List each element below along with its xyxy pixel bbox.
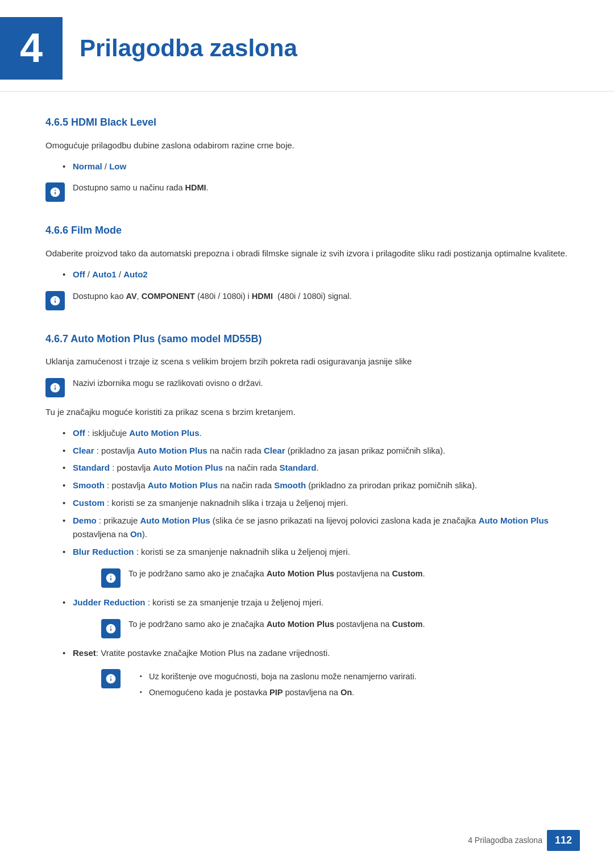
section-heading-4-6-5: 4.6.5 HDMI Black Level: [45, 114, 569, 131]
note-text-judder: To je podržano samo ako je značajka Auto…: [128, 618, 425, 631]
note-icon-judder: [101, 619, 121, 638]
section-4-6-5-options: Normal / Low: [63, 160, 569, 174]
note-text-4-6-6: Dostupno kao AV, COMPONENT (480i / 1080i…: [73, 290, 352, 303]
custom-blur: Custom: [392, 569, 422, 578]
option-off-auto1-auto2: Off / Auto1 / Auto2: [63, 268, 569, 282]
reset-sub-bullets: Uz korištenje ove mogućnosti, boja na za…: [140, 670, 417, 699]
component-bold: COMPONENT: [142, 292, 195, 301]
amp-clear-1: Auto Motion Plus: [137, 446, 207, 455]
hdmi-bold-note: HDMI: [185, 183, 206, 192]
note-icon-reset: [101, 669, 121, 688]
reset-sub-bullet-2: Onemogućeno kada je postavka PIP postavl…: [140, 686, 417, 699]
bullet-smooth: Smooth : postavlja Auto Motion Plus na n…: [63, 479, 569, 493]
note-4-6-7-a: Nazivi izbornika mogu se razlikovati ovi…: [45, 377, 569, 397]
clear-label: Clear: [73, 446, 94, 455]
section-4-6-6: 4.6.6 Film Mode Odaberite proizvod tako …: [45, 222, 569, 310]
amp-off: Auto Motion Plus: [129, 428, 199, 438]
reset-sub-bullet-1: Uz korištenje ove mogućnosti, boja na za…: [140, 670, 417, 683]
note-4-6-6: Dostupno kao AV, COMPONENT (480i / 1080i…: [45, 290, 569, 310]
note-icon-blur: [101, 568, 121, 588]
section-heading-4-6-6: 4.6.6 Film Mode: [45, 222, 569, 239]
bullet-judder-reduction: Judder Reduction : koristi se za smanjen…: [63, 596, 569, 638]
slash-1: /: [102, 161, 110, 171]
bullet-clear: Clear : postavlja Auto Motion Plus na na…: [63, 444, 569, 458]
on-demo: On: [130, 529, 142, 539]
section-4-6-6-para: Odaberite proizvod tako da automatski pr…: [45, 247, 569, 261]
note-icon-4-6-6: [45, 291, 65, 310]
info-icon: [49, 186, 61, 198]
info-icon-5: [105, 623, 117, 634]
note-icon-4-6-5: [45, 182, 65, 202]
blur-reduction-label: Blur Reduction: [73, 547, 134, 556]
amp-blur-note: Auto Motion Plus: [267, 569, 334, 578]
section-4-6-7-para2: Tu je značajku moguće koristiti za prika…: [45, 405, 569, 420]
section-4-6-7-para1: Uklanja zamućenost i trzaje iz scena s v…: [45, 355, 569, 369]
option-normal: Normal: [73, 161, 102, 171]
on-bold: On: [341, 688, 352, 697]
main-content: 4.6.5 HDMI Black Level Omogućuje prilago…: [0, 114, 614, 753]
page-number: 112: [547, 830, 580, 851]
note-text-4-6-7-a: Nazivi izbornika mogu se razlikovati ovi…: [73, 377, 263, 390]
section-heading-4-6-7: 4.6.7 Auto Motion Plus (samo model MD55B…: [45, 331, 569, 347]
amp-bullet-list: Off : isključuje Auto Motion Plus. Clear…: [63, 426, 569, 701]
slash-2: /: [85, 269, 93, 279]
section-4-6-5: 4.6.5 HDMI Black Level Omogućuje prilago…: [45, 114, 569, 202]
custom-judder: Custom: [392, 620, 422, 629]
note-icon-4-6-7-a: [45, 378, 65, 397]
av-bold: AV: [126, 292, 137, 301]
option-normal-low: Normal / Low: [63, 160, 569, 174]
smooth-label: Smooth: [73, 480, 105, 490]
slash-3: /: [117, 269, 124, 279]
custom-label: Custom: [73, 498, 105, 508]
reset-sub-content: Uz korištenje ove mogućnosti, boja na za…: [128, 668, 417, 701]
bullet-custom: Custom : koristi se za smanjenje naknadn…: [63, 496, 569, 510]
section-4-6-7: 4.6.7 Auto Motion Plus (samo model MD55B…: [45, 331, 569, 701]
judder-reduction-label: Judder Reduction: [73, 597, 146, 607]
note-text-blur: To je podržano samo ako je značajka Auto…: [128, 567, 425, 580]
option-low: Low: [109, 161, 126, 171]
chapter-number: 4: [0, 17, 63, 80]
option-auto1: Auto1: [92, 269, 117, 279]
info-icon-6: [105, 673, 117, 684]
info-icon-4: [105, 572, 117, 584]
section-4-6-5-para: Omogućuje prilagodbu dubine zaslona odab…: [45, 139, 569, 153]
clear-mode: Clear: [264, 446, 285, 455]
reset-label: Reset: [73, 648, 96, 658]
chapter-title: Prilagodba zaslona: [80, 29, 297, 67]
standard-mode: Standard: [279, 463, 316, 472]
note-4-6-5: Dostupno samo u načinu rada HDMI.: [45, 181, 569, 202]
note-reset: Uz korištenje ove mogućnosti, boja na za…: [101, 668, 569, 701]
footer-chapter-text: 4 Prilagodba zaslona: [468, 834, 542, 846]
standard-label: Standard: [73, 463, 110, 472]
info-icon-3: [49, 382, 61, 393]
note-judder-reduction: To je podržano samo ako je značajka Auto…: [101, 618, 569, 638]
amp-judder-note: Auto Motion Plus: [267, 620, 334, 629]
bullet-blur-reduction: Blur Reduction : koristi se za smanjenje…: [63, 545, 569, 588]
amp-smooth-1: Auto Motion Plus: [148, 480, 218, 490]
bullet-demo: Demo : prikazuje Auto Motion Plus (slika…: [63, 514, 569, 542]
smooth-mode: Smooth: [274, 480, 306, 490]
info-icon-2: [49, 295, 61, 306]
pip-bold: PIP: [269, 688, 283, 697]
note-blur-reduction: To je podržano samo ako je značajka Auto…: [101, 567, 569, 588]
section-4-6-6-options: Off / Auto1 / Auto2: [63, 268, 569, 282]
option-off: Off: [73, 269, 85, 279]
bullet-off: Off : isključuje Auto Motion Plus.: [63, 426, 569, 441]
amp-standard-1: Auto Motion Plus: [153, 463, 223, 472]
demo-label: Demo: [73, 516, 97, 525]
amp-demo: Auto Motion Plus: [140, 516, 210, 525]
page-footer: 4 Prilagodba zaslona 112: [468, 830, 580, 851]
bullet-standard: Standard : postavlja Auto Motion Plus na…: [63, 461, 569, 475]
option-auto2: Auto2: [123, 269, 148, 279]
chapter-header: 4 Prilagodba zaslona: [0, 0, 614, 92]
hdmi-bold-2: HDMI: [252, 292, 273, 301]
bullet-reset: Reset: Vratite postavke značajke Motion …: [63, 646, 569, 701]
note-text-4-6-5: Dostupno samo u načinu rada HDMI.: [73, 181, 209, 194]
amp-demo-2: Auto Motion Plus: [479, 516, 549, 525]
off-label: Off: [73, 428, 85, 438]
